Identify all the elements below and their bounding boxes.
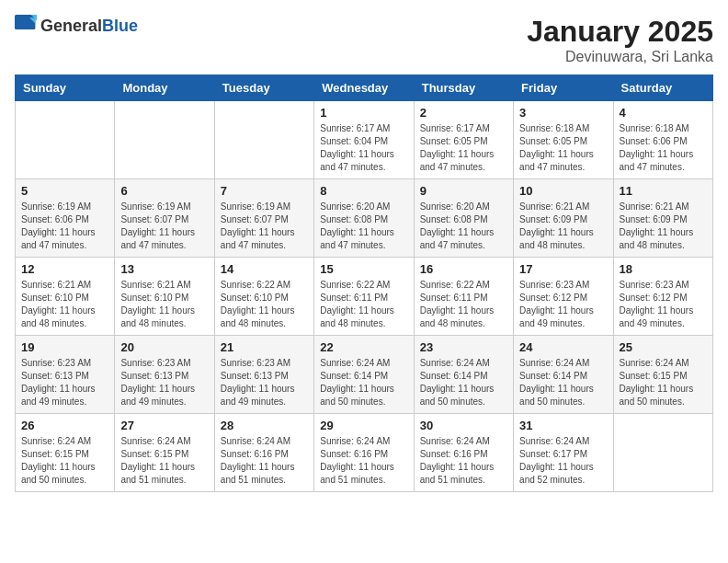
day-number: 30 (420, 419, 507, 432)
day-number: 23 (420, 340, 507, 354)
calendar-cell: 18Sunrise: 6:23 AM Sunset: 6:12 PM Dayli… (613, 258, 712, 336)
logo: GeneralBlue (15, 15, 138, 37)
calendar-cell (214, 101, 313, 179)
calendar-cell: 23Sunrise: 6:24 AM Sunset: 6:14 PM Dayli… (414, 336, 513, 414)
logo-text: GeneralBlue (40, 17, 138, 36)
calendar-cell: 12Sunrise: 6:21 AM Sunset: 6:10 PM Dayli… (16, 258, 115, 336)
svg-rect-0 (15, 15, 35, 29)
calendar-cell: 4Sunrise: 6:18 AM Sunset: 6:06 PM Daylig… (613, 101, 712, 179)
day-number: 14 (221, 262, 308, 276)
day-info: Sunrise: 6:18 AM Sunset: 6:06 PM Dayligh… (620, 122, 707, 174)
calendar-cell: 21Sunrise: 6:23 AM Sunset: 6:13 PM Dayli… (214, 336, 313, 414)
day-info: Sunrise: 6:24 AM Sunset: 6:15 PM Dayligh… (620, 357, 707, 408)
day-info: Sunrise: 6:19 AM Sunset: 6:06 PM Dayligh… (21, 201, 108, 252)
week-row-1: 5Sunrise: 6:19 AM Sunset: 6:06 PM Daylig… (16, 179, 713, 258)
calendar-body: 1Sunrise: 6:17 AM Sunset: 6:04 PM Daylig… (16, 101, 713, 492)
day-number: 10 (519, 184, 607, 198)
calendar-cell: 2Sunrise: 6:17 AM Sunset: 6:05 PM Daylig… (414, 101, 513, 179)
calendar-cell: 19Sunrise: 6:23 AM Sunset: 6:13 PM Dayli… (16, 336, 115, 414)
calendar-cell: 11Sunrise: 6:21 AM Sunset: 6:09 PM Dayli… (613, 179, 712, 258)
day-number: 31 (519, 419, 607, 432)
weekday-header-thursday: Thursday (414, 75, 513, 101)
calendar-cell: 24Sunrise: 6:24 AM Sunset: 6:14 PM Dayli… (514, 336, 613, 414)
day-number: 11 (620, 184, 707, 198)
day-info: Sunrise: 6:22 AM Sunset: 6:10 PM Dayligh… (221, 279, 308, 330)
weekday-header-friday: Friday (514, 75, 613, 101)
calendar-cell (613, 414, 712, 492)
day-info: Sunrise: 6:23 AM Sunset: 6:12 PM Dayligh… (519, 279, 607, 330)
weekday-header-sunday: Sunday (16, 75, 115, 101)
calendar-cell: 31Sunrise: 6:24 AM Sunset: 6:17 PM Dayli… (514, 414, 613, 492)
day-info: Sunrise: 6:24 AM Sunset: 6:16 PM Dayligh… (420, 435, 507, 487)
day-info: Sunrise: 6:24 AM Sunset: 6:15 PM Dayligh… (120, 435, 208, 487)
calendar-cell: 28Sunrise: 6:24 AM Sunset: 6:16 PM Dayli… (214, 414, 313, 492)
day-info: Sunrise: 6:23 AM Sunset: 6:12 PM Dayligh… (620, 279, 707, 330)
calendar-cell: 30Sunrise: 6:24 AM Sunset: 6:16 PM Dayli… (414, 414, 513, 492)
page-header: GeneralBlue January 2025 Devinuwara, Sri… (15, 15, 713, 65)
location-title: Devinuwara, Sri Lanka (527, 49, 713, 65)
day-info: Sunrise: 6:21 AM Sunset: 6:09 PM Dayligh… (519, 201, 607, 252)
day-info: Sunrise: 6:20 AM Sunset: 6:08 PM Dayligh… (320, 201, 407, 252)
day-info: Sunrise: 6:21 AM Sunset: 6:10 PM Dayligh… (120, 279, 208, 330)
weekday-header-row: SundayMondayTuesdayWednesdayThursdayFrid… (16, 75, 713, 101)
day-number: 18 (620, 262, 707, 276)
day-number: 17 (519, 262, 607, 276)
calendar-cell: 22Sunrise: 6:24 AM Sunset: 6:14 PM Dayli… (314, 336, 414, 414)
day-number: 27 (120, 419, 208, 432)
day-number: 5 (21, 184, 108, 198)
weekday-header-monday: Monday (115, 75, 214, 101)
day-info: Sunrise: 6:23 AM Sunset: 6:13 PM Dayligh… (21, 357, 108, 408)
calendar-cell: 20Sunrise: 6:23 AM Sunset: 6:13 PM Dayli… (115, 336, 214, 414)
day-info: Sunrise: 6:23 AM Sunset: 6:13 PM Dayligh… (120, 357, 208, 408)
day-number: 21 (221, 340, 308, 354)
day-number: 29 (320, 419, 407, 432)
day-number: 22 (320, 340, 407, 354)
day-number: 28 (221, 419, 308, 432)
day-number: 2 (420, 106, 507, 120)
calendar-cell: 9Sunrise: 6:20 AM Sunset: 6:08 PM Daylig… (414, 179, 513, 258)
day-info: Sunrise: 6:21 AM Sunset: 6:10 PM Dayligh… (21, 279, 108, 330)
day-number: 24 (519, 340, 607, 354)
calendar-cell: 13Sunrise: 6:21 AM Sunset: 6:10 PM Dayli… (115, 258, 214, 336)
calendar-cell: 7Sunrise: 6:19 AM Sunset: 6:07 PM Daylig… (214, 179, 313, 258)
calendar-cell: 25Sunrise: 6:24 AM Sunset: 6:15 PM Dayli… (613, 336, 712, 414)
day-number: 8 (320, 184, 407, 198)
day-info: Sunrise: 6:19 AM Sunset: 6:07 PM Dayligh… (120, 201, 208, 252)
title-block: January 2025 Devinuwara, Sri Lanka (527, 15, 713, 65)
calendar-cell: 3Sunrise: 6:18 AM Sunset: 6:05 PM Daylig… (514, 101, 613, 179)
day-number: 20 (120, 340, 208, 354)
day-info: Sunrise: 6:17 AM Sunset: 6:05 PM Dayligh… (420, 122, 507, 174)
day-info: Sunrise: 6:19 AM Sunset: 6:07 PM Dayligh… (221, 201, 308, 252)
week-row-0: 1Sunrise: 6:17 AM Sunset: 6:04 PM Daylig… (16, 101, 713, 179)
day-info: Sunrise: 6:20 AM Sunset: 6:08 PM Dayligh… (420, 201, 507, 252)
day-info: Sunrise: 6:24 AM Sunset: 6:14 PM Dayligh… (320, 357, 407, 408)
calendar-table: SundayMondayTuesdayWednesdayThursdayFrid… (15, 75, 713, 492)
calendar-cell (115, 101, 214, 179)
calendar-cell: 15Sunrise: 6:22 AM Sunset: 6:11 PM Dayli… (314, 258, 414, 336)
calendar-cell: 8Sunrise: 6:20 AM Sunset: 6:08 PM Daylig… (314, 179, 414, 258)
calendar-cell: 27Sunrise: 6:24 AM Sunset: 6:15 PM Dayli… (115, 414, 214, 492)
calendar-cell (16, 101, 115, 179)
day-info: Sunrise: 6:24 AM Sunset: 6:14 PM Dayligh… (420, 357, 507, 408)
day-number: 4 (620, 106, 707, 120)
week-row-4: 26Sunrise: 6:24 AM Sunset: 6:15 PM Dayli… (16, 414, 713, 492)
day-info: Sunrise: 6:24 AM Sunset: 6:16 PM Dayligh… (221, 435, 308, 487)
day-number: 13 (120, 262, 208, 276)
day-number: 6 (120, 184, 208, 198)
day-number: 1 (320, 106, 407, 120)
day-info: Sunrise: 6:21 AM Sunset: 6:09 PM Dayligh… (620, 201, 707, 252)
calendar-cell: 26Sunrise: 6:24 AM Sunset: 6:15 PM Dayli… (16, 414, 115, 492)
day-info: Sunrise: 6:24 AM Sunset: 6:17 PM Dayligh… (519, 435, 607, 487)
calendar-cell: 14Sunrise: 6:22 AM Sunset: 6:10 PM Dayli… (214, 258, 313, 336)
calendar-cell: 6Sunrise: 6:19 AM Sunset: 6:07 PM Daylig… (115, 179, 214, 258)
day-number: 3 (519, 106, 607, 120)
week-row-2: 12Sunrise: 6:21 AM Sunset: 6:10 PM Dayli… (16, 258, 713, 336)
day-info: Sunrise: 6:24 AM Sunset: 6:15 PM Dayligh… (21, 435, 108, 487)
day-info: Sunrise: 6:24 AM Sunset: 6:16 PM Dayligh… (320, 435, 407, 487)
calendar-cell: 16Sunrise: 6:22 AM Sunset: 6:11 PM Dayli… (414, 258, 513, 336)
day-info: Sunrise: 6:18 AM Sunset: 6:05 PM Dayligh… (519, 122, 607, 174)
day-number: 19 (21, 340, 108, 354)
calendar-cell: 17Sunrise: 6:23 AM Sunset: 6:12 PM Dayli… (514, 258, 613, 336)
day-number: 7 (221, 184, 308, 198)
month-title: January 2025 (527, 15, 713, 49)
